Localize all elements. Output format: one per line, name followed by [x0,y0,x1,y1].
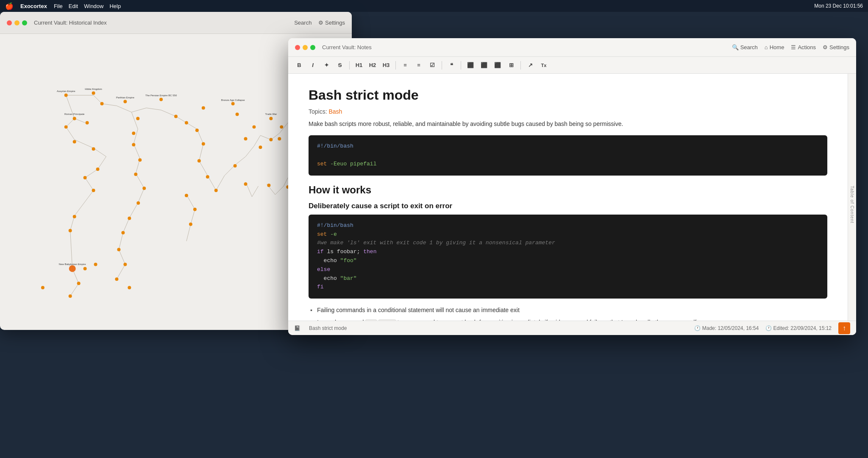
bg-search-button[interactable]: Search [294,20,312,26]
fg-vault-label: Current Vault: Notes [322,44,372,50]
svg-point-72 [132,143,135,146]
svg-point-76 [92,147,95,151]
notebook-icon: 📓 [294,325,300,331]
svg-line-20 [131,112,138,129]
graph-nodes[interactable] [41,92,294,298]
code-block-2: #!/bin/bash set -e #we make 'ls' exit wi… [309,215,827,299]
svg-line-39 [225,165,235,176]
svg-point-78 [202,142,205,145]
align-right-button[interactable]: ⬛ [492,59,504,71]
svg-point-89 [142,187,146,190]
toc-label: Table of Content [850,186,854,223]
svg-point-112 [94,263,97,266]
svg-line-46 [186,195,195,209]
svg-line-26 [129,203,138,218]
highlight-button[interactable]: ✦ [320,59,332,71]
notes-window: Current Vault: Notes 🔍 Search ⌂ Home ☰ A… [288,38,856,335]
formatting-toolbar: B I ✦ S H1 H2 H3 ≡ ≡ ☑ ❝ ⬛ ⬛ ⬛ ⊞ ↗ Tx [288,57,856,74]
fg-actions-button[interactable]: ☰ Actions [791,44,816,50]
status-edited: 🕐 Edited: 22/09/2024, 15:12 [765,325,832,331]
menubar: 🍎 Exocortex File Edit Window Help Mon 23… [0,0,868,12]
content-area[interactable]: Bash strict mode Topics: Bash Make bash … [288,74,848,321]
svg-line-33 [186,123,197,129]
svg-line-36 [199,161,208,176]
code-block-1: #!/bin/bash set -Eeuo pipefail [309,135,827,175]
svg-line-2 [94,95,102,104]
svg-point-57 [159,98,163,101]
status-bar: 📓 Bash strict mode 🕐 Made: 12/05/2024, 1… [288,321,856,335]
fg-home-button[interactable]: ⌂ Home [765,44,785,50]
svg-line-35 [199,144,203,161]
svg-point-74 [252,125,256,128]
svg-line-30 [117,264,125,279]
indent-button[interactable]: ⊞ [505,59,517,71]
align-left-button[interactable]: ⬛ [465,59,476,71]
svg-point-77 [138,158,142,162]
svg-text:The Persian Empire BC 550: The Persian Empire BC 550 [145,94,177,97]
menu-edit[interactable]: Edit [69,3,78,9]
svg-point-84 [198,159,201,162]
svg-point-111 [83,267,87,270]
bullet-item: Failing commands in a conditional statem… [309,305,827,315]
bullet-list-1: Failing commands in a conditional statem… [309,305,827,321]
status-action-button[interactable]: ↑ [838,322,850,334]
svg-line-6 [75,140,94,148]
svg-line-53 [284,178,288,186]
bold-button[interactable]: B [293,59,305,71]
italic-button[interactable]: I [307,59,319,71]
clear-format-button[interactable]: Tx [538,59,550,71]
graph-labels: Assyrian Empire Hittite Kingdom Parthian… [57,88,277,266]
svg-line-21 [134,129,138,144]
ordered-list-button[interactable]: ≡ [413,59,425,71]
svg-line-28 [119,233,123,250]
checklist-button[interactable]: ☑ [426,59,438,71]
svg-line-27 [123,218,129,233]
menu-help[interactable]: Help [109,3,121,9]
svg-point-113 [128,286,131,289]
svg-line-38 [216,176,225,190]
unordered-list-button[interactable]: ≡ [399,59,411,71]
topic-tag[interactable]: Bash [328,108,342,115]
svg-point-87 [278,137,281,140]
align-center-button[interactable]: ⬛ [478,59,490,71]
svg-point-110 [41,286,45,289]
svg-point-54 [64,94,68,97]
fg-close-button[interactable] [295,45,300,50]
bg-maximize-button[interactable] [22,20,27,25]
fg-nav: 🔍 Search ⌂ Home ☰ Actions ⚙ Settings [732,44,849,50]
fg-search-button[interactable]: 🔍 Search [732,44,758,50]
svg-line-11 [75,190,94,216]
svg-point-63 [231,102,235,106]
menu-file[interactable]: File [54,3,63,9]
svg-line-18 [131,108,146,112]
h3-button[interactable]: H3 [380,59,392,71]
status-note-name: Bash strict mode [309,325,347,331]
insert-link-button[interactable]: ↗ [524,59,536,71]
svg-point-86 [259,145,262,149]
toolbar-separator-1 [349,61,350,70]
fg-minimize-button[interactable] [303,45,308,50]
strikethrough-button[interactable]: S [334,59,346,71]
apple-menu[interactable]: 🍎 [5,2,14,10]
bg-settings-button[interactable]: ⚙ Settings [318,20,345,26]
blockquote-button[interactable]: ❝ [445,59,457,71]
bg-minimize-button[interactable] [14,20,19,25]
svg-point-65 [86,121,89,124]
svg-point-95 [136,201,140,205]
status-made: 🕐 Made: 12/05/2024, 16:54 [694,325,759,331]
h2-button[interactable]: H2 [367,59,378,71]
menu-window[interactable]: Window [84,3,103,9]
fg-titlebar: Current Vault: Notes 🔍 Search ⌂ Home ☰ A… [288,38,856,57]
fg-settings-button[interactable]: ⚙ Settings [823,44,849,50]
svg-point-55 [92,92,95,95]
bg-traffic-lights [7,20,27,25]
h1-button[interactable]: H1 [353,59,365,71]
toc-sidebar[interactable]: Table of Content [848,74,856,335]
svg-point-94 [92,189,95,192]
bg-close-button[interactable] [7,20,12,25]
svg-point-60 [136,117,139,120]
fg-traffic-lights [295,45,315,50]
svg-point-102 [121,231,125,235]
fg-maximize-button[interactable] [310,45,315,50]
svg-point-88 [83,176,87,179]
